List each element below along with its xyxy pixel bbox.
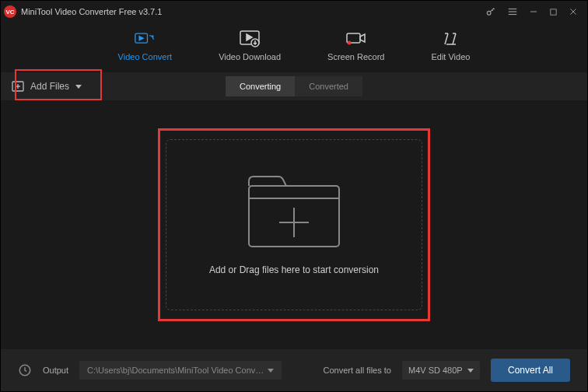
svg-point-0 xyxy=(487,11,491,15)
subtab-converted[interactable]: Converted xyxy=(295,76,362,96)
svg-marker-26 xyxy=(467,369,474,373)
tab-video-download[interactable]: Video Download xyxy=(219,30,281,61)
edit-video-icon xyxy=(440,30,460,47)
tab-edit-video[interactable]: Edit Video xyxy=(431,30,470,61)
toolbar: Add Files Converting Converted xyxy=(1,72,587,100)
svg-rect-5 xyxy=(551,9,556,14)
tab-video-convert[interactable]: Video Convert xyxy=(118,30,173,61)
maximize-icon[interactable] xyxy=(549,8,558,16)
add-files-button[interactable]: Add Files xyxy=(1,72,93,100)
chevron-down-icon xyxy=(75,85,82,89)
format-value: M4V SD 480PCu xyxy=(408,366,463,375)
svg-point-15 xyxy=(347,41,351,45)
app-title: MiniTool Video Converter Free v3.7.1 xyxy=(21,7,485,16)
highlight-dropzone xyxy=(158,128,430,321)
subtabs: Converting Converted xyxy=(226,76,362,96)
convert-all-label: Convert all files to xyxy=(324,366,391,375)
video-download-icon xyxy=(240,30,260,47)
footer: Output C:\Users\bj\Documents\MiniTool Vi… xyxy=(1,349,587,391)
key-icon[interactable] xyxy=(485,6,496,17)
output-path-select[interactable]: C:\Users\bj\Documents\MiniTool Video Con… xyxy=(79,361,282,380)
tab-label: Video Download xyxy=(219,52,281,61)
output-label: Output xyxy=(43,366,68,375)
app-window: VC MiniTool Video Converter Free v3.7.1 … xyxy=(0,0,588,392)
convert-all-button[interactable]: Convert All xyxy=(491,359,570,382)
app-logo-icon: VC xyxy=(4,5,16,18)
svg-marker-25 xyxy=(268,369,274,373)
subtab-converting[interactable]: Converting xyxy=(226,76,295,96)
chevron-down-icon xyxy=(467,369,474,373)
tab-label: Video Convert xyxy=(118,52,173,61)
tab-label: Edit Video xyxy=(431,52,470,61)
content-area: Add or Drag files here to start conversi… xyxy=(1,100,587,349)
format-select[interactable]: M4V SD 480PCu xyxy=(402,361,480,380)
tab-screen-record[interactable]: Screen Record xyxy=(327,30,384,61)
close-icon[interactable] xyxy=(569,7,578,16)
add-files-label: Add Files xyxy=(30,81,69,92)
tab-label: Screen Record xyxy=(327,52,384,61)
minimize-icon[interactable] xyxy=(529,7,538,16)
svg-marker-19 xyxy=(75,85,82,89)
window-controls xyxy=(485,6,584,17)
output-path-text: C:\Users\bj\Documents\MiniTool Video Con… xyxy=(87,366,268,375)
history-icon[interactable] xyxy=(18,363,32,377)
titlebar: VC MiniTool Video Converter Free v3.7.1 xyxy=(1,1,587,23)
svg-marker-9 xyxy=(139,37,143,40)
main-tabs: Video Convert Video Download Screen Reco… xyxy=(1,23,587,72)
menu-icon[interactable] xyxy=(507,6,518,17)
video-convert-icon xyxy=(135,30,155,47)
svg-marker-12 xyxy=(247,34,252,40)
add-file-icon xyxy=(12,81,24,92)
chevron-down-icon xyxy=(268,369,274,373)
screen-record-icon xyxy=(346,30,366,47)
